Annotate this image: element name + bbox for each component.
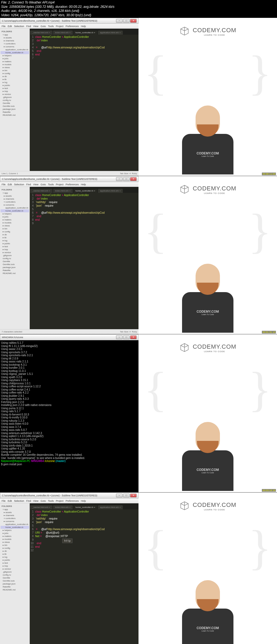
- tree-item[interactable]: package.json: [1, 582, 29, 585]
- tree-item[interactable]: ▸ public: [1, 84, 29, 87]
- tree-item[interactable]: ▸ concerns: [1, 520, 29, 523]
- tree-item[interactable]: ▸ helpers: [1, 212, 29, 215]
- tree-item[interactable]: ▸ jobs: [1, 215, 29, 218]
- tree-item[interactable]: config.ru: [1, 99, 29, 102]
- tree-item[interactable]: Rakefile: [1, 111, 29, 114]
- close-button[interactable]: ✕: [130, 177, 137, 181]
- tree-item[interactable]: application_controller.rb: [1, 523, 29, 526]
- syntax-lang[interactable]: Ruby: [132, 331, 137, 333]
- tree-item[interactable]: ▸ jobs: [1, 57, 29, 60]
- terminal-command[interactable]: $ gem install json: [1, 463, 137, 466]
- tab-index[interactable]: index.html.erb ×: [53, 189, 73, 193]
- tree-item[interactable]: ▸ jobs: [1, 532, 29, 535]
- menu-file[interactable]: File: [2, 500, 6, 502]
- tree-item[interactable]: ▸ channels: [1, 197, 29, 200]
- tab-navbar[interactable]: _navbar.html.erb ×: [30, 505, 52, 509]
- tree-item[interactable]: .gitignore: [1, 96, 29, 99]
- minimize-button[interactable]: −: [116, 494, 123, 497]
- tab-application[interactable]: application.html.erb ×: [98, 189, 123, 193]
- tree-item[interactable]: ▸ config: [1, 547, 29, 550]
- tree-item[interactable]: ▸ tmp: [1, 248, 29, 251]
- menu-find[interactable]: Find: [26, 183, 31, 186]
- tree-item[interactable]: application_controller.rb: [1, 48, 29, 51]
- tree-item[interactable]: ▸ public: [1, 559, 29, 562]
- tree-item[interactable]: package.json: [1, 108, 29, 111]
- tab-size[interactable]: Tab Size: 4: [120, 331, 131, 333]
- tree-item[interactable]: ▸ models: [1, 221, 29, 224]
- tree-item[interactable]: ▸ mailers: [1, 60, 29, 63]
- tree-item[interactable]: config.ru: [1, 573, 29, 576]
- menu-tools[interactable]: Tools: [48, 500, 54, 502]
- tree-item[interactable]: ▸ mailers: [1, 218, 29, 221]
- menu-project[interactable]: Project: [56, 183, 63, 186]
- tree-item[interactable]: ▸ vendor: [1, 251, 29, 254]
- menu-help[interactable]: Help: [81, 183, 86, 186]
- tree-item[interactable]: ▸ test: [1, 562, 29, 564]
- menu-file[interactable]: File: [2, 183, 6, 186]
- minimize-button[interactable]: −: [116, 177, 123, 181]
- tree-item[interactable]: ▸ concerns: [1, 45, 29, 48]
- tree-item[interactable]: README.md: [1, 114, 29, 117]
- tree-item[interactable]: Gemfile.lock: [1, 263, 29, 266]
- tree-item[interactable]: ▸ tmp: [1, 564, 29, 567]
- tree-item[interactable]: ▸ assets: [1, 36, 29, 39]
- tree-item[interactable]: ▸ lib: [1, 78, 29, 81]
- tree-item[interactable]: ▸ lib: [1, 553, 29, 556]
- tree-item[interactable]: Rakefile: [1, 585, 29, 588]
- tree-item[interactable]: ▸ test: [1, 87, 29, 90]
- tree-item[interactable]: Gemfile: [1, 260, 29, 263]
- tree-item[interactable]: package.json: [1, 266, 29, 269]
- tree-item[interactable]: ▿ controllers: [1, 200, 29, 203]
- tree-item[interactable]: ▸ views: [1, 66, 29, 69]
- menu-help[interactable]: Help: [81, 25, 86, 28]
- tree-item[interactable]: Gemfile.lock: [1, 105, 29, 108]
- tree-item[interactable]: ▸ log: [1, 556, 29, 559]
- tree-item[interactable]: .gitignore: [1, 254, 29, 257]
- menu-edit[interactable]: Edit: [8, 25, 12, 28]
- close-button[interactable]: ✕: [130, 494, 137, 497]
- folder-sidebar[interactable]: FOLDERS ▿ app▸ assets▸ channels▿ control…: [0, 29, 30, 171]
- tree-item[interactable]: ▸ bin: [1, 69, 29, 72]
- tree-item[interactable]: ▸ lib: [1, 236, 29, 239]
- tree-item[interactable]: ▸ db: [1, 550, 29, 553]
- tree-item[interactable]: home_controller.rb: [1, 209, 29, 212]
- folder-sidebar[interactable]: FOLDERS▿ app▸ assets▸ channels▿ controll…: [0, 503, 30, 644]
- tree-item[interactable]: Rakefile: [1, 269, 29, 272]
- menu-tools[interactable]: Tools: [48, 183, 54, 186]
- tree-item[interactable]: Gemfile: [1, 576, 29, 579]
- tree-item[interactable]: ▸ bin: [1, 227, 29, 230]
- tree-item[interactable]: ▿ app: [1, 508, 29, 511]
- menu-view[interactable]: View: [33, 25, 38, 28]
- menu-goto[interactable]: Goto: [41, 183, 46, 186]
- menu-find[interactable]: Find: [26, 25, 31, 28]
- tab-home-controller[interactable]: home_controller.rb ×: [73, 31, 97, 35]
- tree-item[interactable]: ▸ public: [1, 242, 29, 245]
- menu-preferences[interactable]: Preferences: [65, 500, 79, 502]
- tree-item[interactable]: .gitignore: [1, 570, 29, 573]
- code-editor[interactable]: 1class HomeController < ApplicationContr…: [30, 193, 138, 329]
- code-editor[interactable]: 1class HomeController < ApplicationContr…: [30, 35, 138, 171]
- maximize-button[interactable]: □: [123, 177, 130, 181]
- tab-application[interactable]: application.html.erb ×: [98, 31, 123, 35]
- window-titlebar[interactable]: C:\ozone\app\controllers\home_controller…: [0, 18, 138, 24]
- tree-item[interactable]: ▸ log: [1, 81, 29, 84]
- tab-index[interactable]: index.html.erb ×: [53, 505, 73, 509]
- tree-item[interactable]: ▸ models: [1, 538, 29, 541]
- tree-item[interactable]: ▸ test: [1, 245, 29, 248]
- tab-navbar[interactable]: _navbar.html.erb ×: [30, 189, 52, 193]
- tree-item[interactable]: ▸ db: [1, 75, 29, 78]
- tree-item[interactable]: ▿ controllers: [1, 517, 29, 520]
- menu-edit[interactable]: Edit: [8, 183, 12, 186]
- menu-help[interactable]: Help: [81, 500, 86, 502]
- minimize-button[interactable]: −: [116, 19, 123, 23]
- tree-item[interactable]: ▸ assets: [1, 511, 29, 514]
- tree-item[interactable]: README.md: [1, 588, 29, 591]
- tree-item[interactable]: config.ru: [1, 257, 29, 260]
- tree-item[interactable]: Gemfile.lock: [1, 579, 29, 582]
- menu-file[interactable]: File: [2, 25, 6, 28]
- menu-selection[interactable]: Selection: [14, 183, 24, 186]
- tab-home-controller[interactable]: home_controller.rb ×: [73, 505, 97, 509]
- tree-item[interactable]: ▸ config: [1, 230, 29, 233]
- menu-project[interactable]: Project: [56, 25, 63, 28]
- window-titlebar[interactable]: C:\ozone\app\controllers\home_controller…: [0, 176, 138, 182]
